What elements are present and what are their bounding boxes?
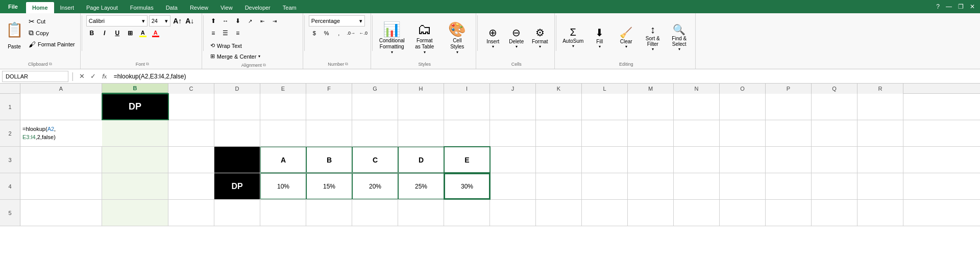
align-left-button[interactable]: ≡ (208, 28, 219, 39)
col-header-H[interactable]: H (398, 84, 444, 94)
cell-Q1[interactable] (812, 94, 857, 120)
cell-K2[interactable] (536, 120, 582, 146)
cell-Q2[interactable] (812, 120, 857, 146)
cell-H1[interactable] (398, 94, 444, 120)
col-header-M[interactable]: M (628, 84, 674, 94)
cell-R5[interactable] (857, 200, 903, 226)
cell-M5[interactable] (628, 200, 674, 226)
row-num-2[interactable]: 2 (0, 120, 20, 146)
tab-file[interactable]: File (0, 0, 26, 13)
cell-B1[interactable]: DP (102, 94, 168, 120)
cell-M1[interactable] (628, 94, 674, 120)
cell-A5[interactable] (20, 200, 102, 226)
italic-button[interactable]: I (99, 28, 110, 39)
col-header-I[interactable]: I (444, 84, 490, 94)
row-num-4[interactable]: 4 (0, 173, 20, 199)
confirm-formula-button[interactable]: ✓ (88, 71, 99, 82)
cell-O5[interactable] (720, 200, 766, 226)
tab-page-layout[interactable]: Page Layout (80, 2, 124, 13)
cell-I5[interactable] (444, 200, 490, 226)
comma-button[interactable]: , (333, 28, 345, 39)
cell-J5[interactable] (490, 200, 536, 226)
cell-L3[interactable] (582, 147, 628, 173)
align-top-button[interactable]: ⬆ (208, 15, 219, 26)
delete-button[interactable]: ⊖ Delete ▾ (505, 24, 528, 51)
cell-E3[interactable]: A (260, 147, 306, 173)
cell-O2[interactable] (720, 120, 766, 146)
underline-button[interactable]: U (112, 28, 123, 39)
cell-N4[interactable] (674, 173, 720, 199)
col-header-A[interactable]: A (20, 84, 102, 94)
close-icon[interactable]: ✕ (968, 3, 977, 10)
cell-C4[interactable] (168, 173, 214, 199)
cell-I1[interactable] (444, 94, 490, 120)
merge-center-button[interactable]: ⊞ Merge & Center ▾ (208, 51, 263, 61)
name-box[interactable]: DOLLAR (2, 71, 68, 82)
currency-button[interactable]: $ (309, 28, 320, 39)
cell-M2[interactable] (628, 120, 674, 146)
cell-D2[interactable] (214, 120, 260, 146)
cell-D1[interactable] (214, 94, 260, 120)
percent-button[interactable]: % (321, 28, 332, 39)
col-header-C[interactable]: C (168, 84, 214, 94)
cell-R3[interactable] (857, 147, 903, 173)
col-header-P[interactable]: P (766, 84, 812, 94)
cell-N1[interactable] (674, 94, 720, 120)
cell-F1[interactable] (306, 94, 352, 120)
cell-L2[interactable] (582, 120, 628, 146)
cell-H3[interactable]: D (398, 147, 444, 173)
col-header-B[interactable]: B (102, 84, 168, 94)
cut-button[interactable]: ✂ Cut (27, 16, 77, 26)
fill-color-button[interactable]: A (137, 28, 149, 39)
cell-P1[interactable] (766, 94, 812, 120)
col-header-D[interactable]: D (214, 84, 260, 94)
decrease-font-size-button[interactable]: A↓ (184, 15, 195, 26)
find-select-button[interactable]: 🔍 Find &Select ▾ (667, 21, 692, 53)
copy-button[interactable]: ⧉ Copy (27, 28, 77, 38)
cell-C2[interactable] (168, 120, 214, 146)
number-expand-btn[interactable]: ⧉ (345, 62, 348, 67)
cell-N5[interactable] (674, 200, 720, 226)
cell-H4[interactable]: 25% (398, 173, 444, 199)
cell-D5[interactable] (214, 200, 260, 226)
insert-function-button[interactable]: fx (100, 71, 110, 82)
cell-styles-button[interactable]: 🎨 CellStyles ▾ (442, 19, 473, 57)
cell-B5[interactable] (102, 200, 168, 226)
clear-button[interactable]: 🧹 Clear ▾ (614, 24, 639, 51)
cell-E2[interactable] (260, 120, 306, 146)
row-num-5[interactable]: 5 (0, 200, 20, 226)
increase-font-size-button[interactable]: A↑ (172, 15, 183, 26)
insert-button[interactable]: ⊕ Insert ▾ (482, 24, 504, 51)
fill-button[interactable]: ⬇ Fill ▾ (587, 24, 612, 51)
cell-K5[interactable] (536, 200, 582, 226)
cell-Q5[interactable] (812, 200, 857, 226)
cell-I4[interactable]: 30% (444, 173, 490, 199)
cell-D3[interactable] (214, 147, 260, 173)
increase-decimal-button[interactable]: .0→ (346, 28, 357, 39)
cell-O4[interactable] (720, 173, 766, 199)
font-expand-btn[interactable]: ⧉ (146, 62, 149, 67)
border-button[interactable]: ⊞ (125, 28, 136, 39)
align-right-button[interactable]: ≡ (232, 28, 243, 39)
cell-E4[interactable]: 10% (260, 173, 306, 199)
cell-K3[interactable] (536, 147, 582, 173)
cell-R1[interactable] (857, 94, 903, 120)
col-header-E[interactable]: E (260, 84, 306, 94)
number-format-box[interactable]: Percentage ▾ (309, 15, 365, 26)
tab-home[interactable]: Home (26, 2, 54, 13)
cell-A2[interactable]: =hlookup(A2, E3:I4,2,false) (20, 120, 102, 146)
cell-F5[interactable] (306, 200, 352, 226)
sort-filter-button[interactable]: ↕ Sort &Filter ▾ (640, 22, 666, 53)
row-num-1[interactable]: 1 (0, 94, 20, 120)
cell-A3[interactable] (20, 147, 102, 173)
col-header-O[interactable]: O (720, 84, 766, 94)
cell-D4[interactable]: DP (214, 173, 260, 199)
format-painter-button[interactable]: 🖌 Format Painter (27, 39, 77, 49)
cell-O1[interactable] (720, 94, 766, 120)
cell-P5[interactable] (766, 200, 812, 226)
cell-O3[interactable] (720, 147, 766, 173)
alignment-expand-btn[interactable]: ⧉ (263, 63, 266, 68)
font-size-box[interactable]: 24 ▾ (149, 15, 170, 26)
cell-G1[interactable] (352, 94, 398, 120)
cell-B4[interactable] (102, 173, 168, 199)
